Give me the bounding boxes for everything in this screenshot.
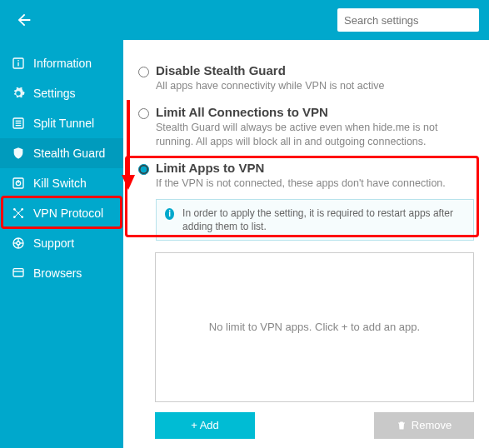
search-input[interactable] <box>337 11 479 30</box>
option-disable[interactable]: Disable Stealth Guard All apps have conn… <box>138 63 474 102</box>
option-desc: Stealth Guard will always be active even… <box>156 121 474 149</box>
sidebar-item-label: Kill Switch <box>33 177 87 190</box>
option-title: Limit Apps to VPN <box>156 161 474 175</box>
trash-icon <box>397 421 407 431</box>
empty-text: No limit to VPN apps. Click + to add an … <box>209 321 420 333</box>
sidebar-item-support[interactable]: Support <box>0 228 123 258</box>
radio-limit-all[interactable] <box>138 108 149 119</box>
sidebar-item-label: Browsers <box>33 266 82 280</box>
add-button[interactable]: + Add <box>155 412 255 439</box>
info-text: In order to apply the setting, it is req… <box>182 207 465 233</box>
sidebar-item-settings[interactable]: Settings <box>0 78 123 108</box>
arrow-left-icon <box>15 11 33 29</box>
info-icon <box>12 57 25 70</box>
sidebar-item-label: Information <box>33 57 92 70</box>
svg-rect-1 <box>17 62 18 67</box>
remove-button[interactable]: Remove <box>374 412 474 439</box>
support-icon <box>12 236 25 250</box>
sidebar-item-vpn-protocol[interactable]: VPN Protocol <box>0 198 123 228</box>
sidebar: Information Settings Split Tunnel Stealt… <box>0 40 123 448</box>
search-box[interactable] <box>337 8 479 32</box>
protocol-icon <box>12 207 25 220</box>
add-label: + Add <box>191 419 219 431</box>
svg-rect-2 <box>17 60 18 61</box>
back-button[interactable] <box>10 7 38 32</box>
svg-rect-23 <box>13 269 23 276</box>
sidebar-item-split-tunnel[interactable]: Split Tunnel <box>0 108 123 138</box>
split-icon <box>12 117 25 130</box>
remove-label: Remove <box>412 419 452 431</box>
header <box>0 0 489 40</box>
sidebar-item-stealth-guard[interactable]: Stealth Guard <box>0 138 123 168</box>
option-limit-apps[interactable]: Limit Apps to VPN If the VPN is not conn… <box>138 161 474 249</box>
sidebar-item-information[interactable]: Information <box>0 48 123 78</box>
svg-point-18 <box>17 241 20 245</box>
browser-icon <box>12 266 25 280</box>
info-banner: i In order to apply the setting, it is r… <box>156 199 474 241</box>
option-limit-all[interactable]: Limit All Connections to VPN Stealth Gua… <box>138 105 474 157</box>
sidebar-item-label: Settings <box>33 87 76 100</box>
sidebar-item-label: VPN Protocol <box>33 207 103 220</box>
kill-switch-icon <box>12 177 25 190</box>
sidebar-item-kill-switch[interactable]: Kill Switch <box>0 168 123 198</box>
shield-icon <box>12 147 25 160</box>
option-desc: If the VPN is not connected, these apps … <box>156 177 474 191</box>
option-title: Limit All Connections to VPN <box>156 105 474 119</box>
actions-row: + Add Remove <box>155 412 474 439</box>
sidebar-item-label: Split Tunnel <box>33 117 94 130</box>
sidebar-item-label: Support <box>33 236 74 250</box>
app-list: No limit to VPN apps. Click + to add an … <box>155 252 474 402</box>
option-desc: All apps have connectivity while VPN is … <box>156 79 474 93</box>
sidebar-item-browsers[interactable]: Browsers <box>0 258 123 288</box>
radio-limit-apps[interactable] <box>138 164 149 175</box>
info-icon: i <box>165 208 174 220</box>
sidebar-item-label: Stealth Guard <box>33 147 105 160</box>
main-panel: Disable Stealth Guard All apps have conn… <box>123 40 489 448</box>
radio-disable[interactable] <box>138 67 149 77</box>
option-title: Disable Stealth Guard <box>156 63 474 77</box>
gear-icon <box>12 87 25 100</box>
